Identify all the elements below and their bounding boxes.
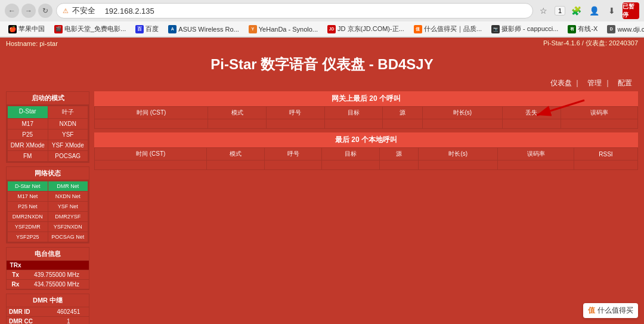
extensions-button[interactable]: 🧩 bbox=[569, 4, 583, 18]
bookmark-movie-label: 电影天堂_免费电影... bbox=[64, 24, 126, 33]
network-status-title: 网络状态 bbox=[7, 167, 89, 180]
col-rssi: RSSI bbox=[574, 148, 637, 161]
dmr-cc-label: DMR CC bbox=[7, 317, 48, 325]
bookmark-smzdm-label: 什么值得买｜品质... bbox=[424, 24, 482, 33]
left-panel: 启动的模式 D-Star 叶子 M17 NXDN P25 YSF DMR XMo… bbox=[6, 91, 89, 324]
col-duration-2: 时长(s) bbox=[419, 148, 498, 161]
nav-config[interactable]: 配置 bbox=[618, 79, 632, 87]
col-duration: 时长(s) bbox=[422, 107, 502, 119]
station-info-section: 电台信息 TRx Tx 439.755000 MHz Rx 434.755000… bbox=[6, 247, 89, 290]
net-dstar: D-Star Net bbox=[8, 181, 48, 191]
bookmark-asus-label: ASUS Wireless Ro... bbox=[178, 26, 239, 33]
dmr-section: DMR 中继 DMR ID 4602451 DMR CC 1 TS1 enabl… bbox=[6, 294, 89, 324]
refresh-button[interactable]: ↻ bbox=[38, 4, 52, 18]
local-calls-table: 时间 (CST) 模式 呼号 目标 源 时长(s) 误码率 RSSI bbox=[94, 147, 638, 170]
nav-admin[interactable]: 管理 bbox=[587, 79, 602, 87]
col-ber-2: 误码率 bbox=[498, 148, 574, 161]
watermark: 值 什么值得买 bbox=[583, 303, 638, 318]
mode-dstar: D-Star bbox=[8, 106, 48, 118]
jd-favicon: JD bbox=[327, 25, 336, 33]
hostname-label: Hostname: pi-star bbox=[6, 40, 58, 47]
local-calls-title: 最后 20 个本地呼叫 bbox=[94, 132, 638, 147]
forward-button[interactable]: → bbox=[21, 4, 36, 18]
right-panel: 网关上最后 20 个呼叫 时间 (CST) 模式 呼号 目标 源 时长(s) 丢… bbox=[94, 91, 638, 324]
rx-label: Rx bbox=[7, 280, 24, 289]
startup-mode-section: 启动的模式 D-Star 叶子 M17 NXDN P25 YSF DMR XMo… bbox=[6, 91, 89, 163]
bookmark-baidu-label: 百度 bbox=[145, 24, 159, 33]
net-ysf: YSF Net bbox=[48, 202, 88, 211]
bookmark-photo-label: 摄影师 - cappucci... bbox=[501, 24, 558, 33]
photo-favicon: 📷 bbox=[491, 25, 500, 33]
dmr-title: DMR 中继 bbox=[7, 294, 89, 307]
tx-label: Tx bbox=[7, 270, 24, 280]
station-table: TRx Tx 439.755000 MHz Rx 434.755000 MHz bbox=[7, 261, 89, 289]
bookmark-movie[interactable]: 🎬 电影天堂_免费电影... bbox=[51, 23, 129, 35]
asus-favicon: A bbox=[168, 25, 177, 33]
bookmark-ye-label: YeHanDa - Synolo... bbox=[259, 26, 318, 33]
net-dmr2nxdn: DMR2NXDN bbox=[8, 212, 48, 221]
dmr-id-label: DMR ID bbox=[7, 307, 48, 317]
mode-pocsag: POCSAG bbox=[48, 151, 88, 161]
local-calls-section: 最后 20 个本地呼叫 时间 (CST) 模式 呼号 目标 源 时长(s) 误码… bbox=[94, 132, 638, 170]
page-title-section: Pi-Star 数字语音 仪表盘 - BD4SJY bbox=[0, 49, 644, 77]
bookmarks-bar: 🍎 苹果中国 🎬 电影天堂_免费电影... 百 百度 A ASUS Wirele… bbox=[0, 21, 644, 37]
star-button[interactable]: ☆ bbox=[537, 4, 551, 18]
tx-value: 439.755000 MHz bbox=[24, 270, 89, 280]
bookmark-dji[interactable]: D www.dji.com/cn bbox=[603, 24, 644, 35]
net-grid: D-Star Net DMR Net M17 Net NXDN Net P25 … bbox=[7, 180, 89, 243]
bookmark-ye[interactable]: Y YeHanDa - Synolo... bbox=[245, 24, 321, 35]
bookmark-asus[interactable]: A ASUS Wireless Ro... bbox=[165, 24, 242, 35]
notification-badge[interactable]: 1 bbox=[555, 6, 565, 16]
dmr-cc-value: 1 bbox=[48, 317, 89, 325]
mode-ysf: YSF bbox=[48, 129, 88, 140]
net-p25: P25 Net bbox=[8, 202, 48, 211]
address-bar[interactable]: ⚠ 不安全 192.168.2.135 bbox=[56, 3, 533, 18]
online-calls-body bbox=[95, 119, 638, 129]
col-source-2: 源 bbox=[379, 148, 418, 161]
mode-m17: M17 bbox=[8, 119, 48, 129]
address-text: 不安全 bbox=[72, 5, 95, 16]
bookmark-yx[interactable]: 有 有线-X bbox=[564, 23, 601, 35]
local-calls-body bbox=[95, 161, 638, 170]
net-ysf2dmr: YSF2DMR bbox=[8, 222, 48, 232]
network-status-section: 网络状态 D-Star Net DMR Net M17 Net NXDN Net… bbox=[6, 166, 89, 243]
col-mode-2: 模式 bbox=[207, 148, 265, 161]
main-layout: 启动的模式 D-Star 叶子 M17 NXDN P25 YSF DMR XMo… bbox=[0, 91, 644, 324]
net-ysf2nxdn: YSF2NXDN bbox=[48, 222, 88, 232]
browser-nav-buttons: ← → ↻ bbox=[5, 4, 52, 18]
net-m17: M17 Net bbox=[8, 192, 48, 201]
col-time-cst: 时间 (CST) bbox=[95, 107, 208, 119]
version-label: Pi-Star-4.1.6 / 仪表盘: 20240307 bbox=[543, 39, 638, 48]
yx-favicon: 有 bbox=[568, 25, 576, 33]
profile-button[interactable]: 已暂停 bbox=[623, 2, 639, 19]
mode-nxdn: NXDN bbox=[48, 119, 88, 129]
bookmark-photo[interactable]: 📷 摄影师 - cappucci... bbox=[488, 23, 562, 35]
back-button[interactable]: ← bbox=[5, 4, 19, 18]
mode-ysf-xmode: YSF XMode bbox=[48, 140, 88, 150]
bookmark-jd[interactable]: JD JD 京东(JD.COM)-正... bbox=[324, 23, 408, 35]
page-content: Hostname: pi-star Pi-Star-4.1.6 / 仪表盘: 2… bbox=[0, 38, 644, 324]
nav-dashboard[interactable]: 仪表盘 bbox=[550, 79, 572, 87]
download-button[interactable]: ⬇ bbox=[605, 4, 619, 18]
browser-actions: ☆ 1 🧩 👤 ⬇ 已暂停 bbox=[537, 2, 639, 19]
bookmark-smzdm[interactable]: 值 什么值得买｜品质... bbox=[410, 23, 485, 35]
bookmark-apple-label: 苹果中国 bbox=[18, 24, 45, 33]
trx-label: TRx bbox=[7, 261, 24, 270]
mode-leaf: 叶子 bbox=[48, 106, 88, 118]
net-dmr: DMR Net bbox=[48, 181, 88, 191]
net-pocsag: POCSAG Net bbox=[48, 232, 88, 242]
smzdm-favicon: 值 bbox=[414, 25, 422, 33]
col-target: 目标 bbox=[324, 107, 383, 119]
table-row bbox=[95, 161, 638, 170]
ye-favicon: Y bbox=[249, 25, 257, 33]
bookmark-apple[interactable]: 🍎 苹果中国 bbox=[5, 23, 48, 35]
mode-dmr-xmode: DMR XMode bbox=[8, 140, 48, 150]
col-time-cst-2: 时间 (CST) bbox=[95, 148, 207, 161]
bookmark-baidu[interactable]: 百 百度 bbox=[132, 23, 162, 35]
rx-value: 434.755000 MHz bbox=[24, 280, 89, 289]
startup-mode-title: 启动的模式 bbox=[7, 92, 89, 105]
online-calls-title: 网关上最后 20 个呼叫 bbox=[94, 91, 638, 106]
page-title: Pi-Star 数字语音 仪表盘 - BD4SJY bbox=[0, 55, 644, 74]
account-button[interactable]: 👤 bbox=[587, 4, 601, 18]
col-ber: 误码率 bbox=[561, 107, 637, 119]
